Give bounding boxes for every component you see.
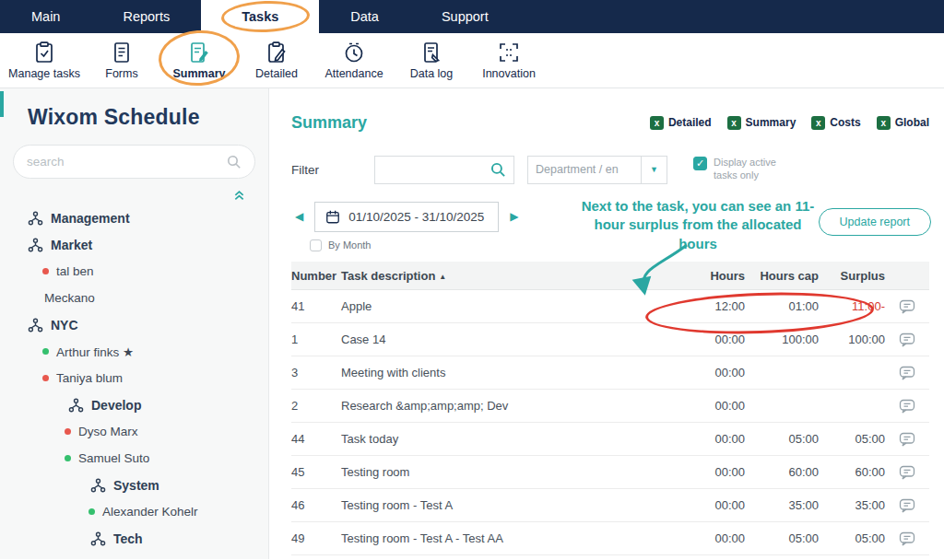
sidebar-item-taniya-blum[interactable]: Taniya blum (0, 365, 268, 391)
cell-hours-cap: 05:00 (745, 531, 819, 545)
sidebar-item-label: Management (51, 211, 130, 226)
nav-item-data[interactable]: Data (319, 0, 410, 33)
form-document-icon (110, 41, 134, 64)
row-comment-button[interactable] (885, 364, 929, 382)
filter-label: Filter (291, 163, 319, 177)
date-range-picker[interactable]: 01/10/2025 - 31/10/2025 (314, 202, 499, 232)
sidebar-item-meckano[interactable]: Meckano (0, 285, 268, 311)
sort-asc-icon: ▲ (439, 273, 446, 281)
filter-search[interactable] (374, 156, 514, 184)
sidebar-item-dyso-marx[interactable]: Dyso Marx (0, 418, 268, 445)
sidebar-item-samuel-suto[interactable]: Samuel Suto (0, 445, 268, 472)
filter-search-input[interactable] (384, 163, 490, 177)
tool-label: Forms (105, 67, 137, 80)
sidebar-item-nyc[interactable]: NYC (0, 311, 268, 338)
sidebar-item-tal-ben[interactable]: tal ben (0, 258, 268, 285)
table-row: 44Task today00:0005:0005:00 (291, 423, 929, 456)
detailed-clipboard-pencil-icon (265, 41, 289, 64)
table-row: 2Research &amp;amp;amp; Dev00:00 (291, 390, 929, 423)
row-comment-button[interactable] (885, 530, 929, 548)
cell-number: 46 (291, 498, 341, 512)
cell-hours: 00:00 (673, 399, 745, 413)
sidebar-item-tech[interactable]: Tech (0, 525, 268, 552)
org-hierarchy-icon (68, 398, 84, 413)
collapse-tree-button[interactable] (0, 179, 268, 203)
table-row: 3Meeting with clients00:00 (291, 356, 929, 390)
cell-number: 45 (291, 465, 341, 479)
row-comment-button[interactable] (885, 397, 929, 415)
department-select[interactable]: Department / en ▼ (527, 156, 667, 184)
cell-description: Meeting with clients (341, 366, 673, 379)
tool-data-log[interactable]: Data log (393, 41, 470, 80)
sidebar-item-arthur-finks[interactable]: Arthur finks ★ (0, 338, 268, 365)
sidebar-item-label: Alexander Kohelr (102, 505, 198, 519)
cell-hours-cap: 100:00 (745, 332, 819, 346)
search-icon (490, 162, 506, 178)
comment-bubble-icon (898, 331, 916, 349)
col-hours-cap: Hours cap (745, 269, 819, 283)
sidebar-item-alexander-kohelr[interactable]: Alexander Kohelr (0, 498, 268, 525)
app-window: Main Reports Tasks Data Support Manage t… (0, 0, 944, 560)
tool-detailed[interactable]: Detailed (238, 41, 315, 80)
tool-manage-tasks[interactable]: Manage tasks (6, 41, 83, 80)
comment-bubble-icon (898, 364, 916, 382)
table-row: 45Testing room00:0060:0060:00 (291, 456, 929, 489)
tool-label: Manage tasks (8, 67, 80, 80)
col-task-description-label: Task description (341, 269, 435, 283)
export-summary-button[interactable]: x Summary (727, 116, 796, 130)
summary-table: Number Task description▲ Hours Hours cap… (291, 262, 929, 555)
sidebar-accent-bar (0, 91, 4, 117)
cell-number: 41 (291, 299, 341, 313)
cell-hours: 00:00 (673, 432, 745, 446)
export-global-button[interactable]: x Global (877, 116, 929, 130)
update-report-button[interactable]: Update report (819, 208, 931, 236)
export-costs-button[interactable]: x Costs (811, 116, 860, 130)
sidebar-item-label: NYC (51, 318, 78, 332)
sidebar-item-management[interactable]: Management (0, 204, 268, 231)
sidebar-item-system[interactable]: System (0, 472, 268, 498)
tool-attendance[interactable]: Attendance (315, 41, 393, 80)
cell-description: Testing room - Test A - Test AA (341, 531, 673, 545)
excel-export-icon: x (811, 116, 825, 130)
attendance-clock-icon (342, 41, 366, 64)
cell-number: 44 (291, 432, 341, 446)
cell-hours: 00:00 (673, 531, 745, 545)
row-comment-button[interactable] (885, 298, 929, 316)
tool-summary[interactable]: Summary (160, 41, 238, 80)
row-comment-button[interactable] (885, 430, 929, 449)
col-task-description[interactable]: Task description▲ (341, 269, 673, 283)
sidebar-search-input[interactable] (27, 155, 227, 169)
nav-item-reports[interactable]: Reports (91, 0, 201, 33)
sidebar-item-label: Tech (113, 531, 143, 546)
prev-period-button[interactable]: ◀ (291, 210, 307, 223)
task-table-body: 41Apple12:0001:0011:00- 1Case 1400:00100… (291, 290, 929, 555)
double-chevron-up-icon (232, 188, 246, 201)
comment-bubble-icon (898, 397, 916, 415)
nav-item-main[interactable]: Main (0, 0, 91, 33)
nav-item-tasks[interactable]: Tasks (201, 0, 319, 33)
row-comment-button[interactable] (885, 331, 929, 349)
tool-forms[interactable]: Forms (83, 41, 160, 80)
clipboard-check-icon (32, 41, 56, 64)
status-dot (42, 348, 49, 355)
checkbox-checked-icon: ✓ (693, 157, 707, 170)
next-period-button[interactable]: ▶ (506, 210, 522, 223)
excel-export-icon: x (650, 116, 664, 130)
cell-hours: 00:00 (673, 332, 745, 346)
cell-surplus: 35:00 (819, 498, 885, 512)
sidebar-search[interactable] (13, 145, 255, 179)
cell-hours: 00:00 (673, 366, 745, 379)
org-hierarchy-icon (90, 478, 106, 493)
sidebar-item-develop[interactable]: Develop (0, 391, 268, 418)
chevron-down-icon[interactable]: ▼ (641, 157, 667, 183)
sidebar-item-label: tal ben (56, 264, 94, 278)
row-comment-button[interactable] (885, 463, 929, 482)
nav-item-support[interactable]: Support (410, 0, 520, 33)
row-comment-button[interactable] (885, 496, 929, 515)
org-hierarchy-icon (28, 211, 43, 226)
comment-bubble-icon (898, 463, 916, 482)
export-detailed-button[interactable]: x Detailed (650, 116, 712, 130)
sidebar-item-market[interactable]: Market (0, 231, 268, 258)
tool-innovation[interactable]: Innovation (470, 41, 548, 80)
active-tasks-checkbox[interactable]: ✓ Display active tasks only (693, 157, 787, 182)
